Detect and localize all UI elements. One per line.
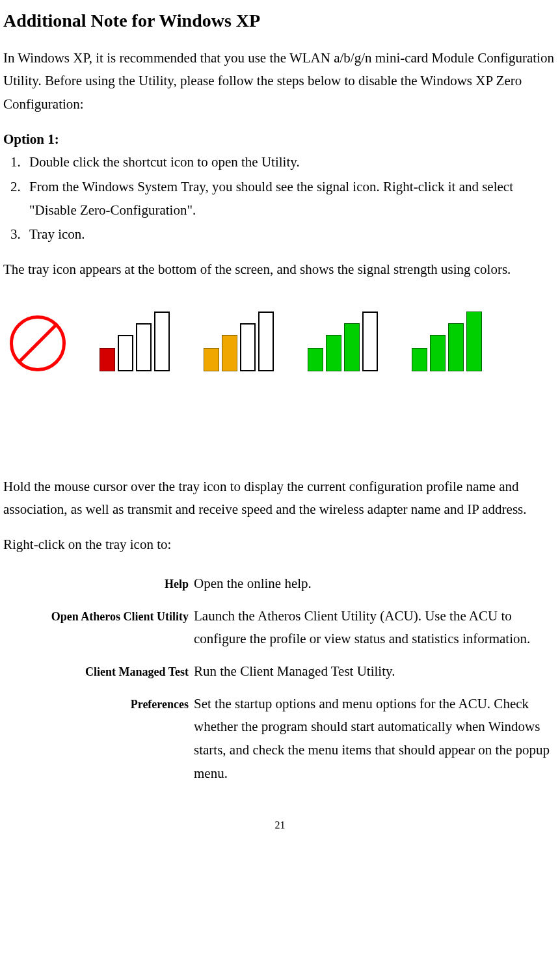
menu-description: Run the Client Managed Test Utility. [194,660,557,684]
signal-bar-icon [222,335,237,371]
signal-bar-icon [240,323,256,371]
step-item: Double click the shortcut icon to open t… [24,151,557,174]
menu-description: Open the online help. [194,572,557,596]
menu-description: Launch the Atheros Client Utility (ACU).… [194,605,557,651]
signal-bar-icon [258,312,274,371]
menu-description: Set the startup options and menu options… [194,693,557,786]
signal-bar-icon [154,312,170,371]
signal-icons-row [3,293,557,384]
signal-bars-2 [204,312,274,371]
tray-description: The tray icon appears at the bottom of t… [3,258,557,282]
context-menu-table: Help Open the online help. Open Atheros … [3,572,557,786]
signal-bar-icon [362,312,378,371]
signal-bar-icon [136,323,152,371]
signal-bar-icon [448,323,464,371]
steps-list: Double click the shortcut icon to open t… [3,151,557,246]
menu-label: Client Managed Test [3,660,194,682]
step-item: From the Windows System Tray, you should… [24,176,557,222]
signal-bars-4 [412,312,482,371]
signal-bar-icon [308,348,323,371]
menu-label: Help [3,572,194,594]
signal-bar-icon [118,335,133,371]
option1-heading: Option 1: [3,128,557,152]
menu-row: Help Open the online help. [3,572,557,596]
intro-paragraph: In Windows XP, it is recommended that yo… [3,47,557,116]
no-signal-icon [10,315,66,371]
step-item: Tray icon. [24,223,557,246]
signal-bar-icon [344,323,360,371]
signal-bar-icon [204,348,219,371]
menu-row: Preferences Set the startup options and … [3,693,557,786]
menu-row: Open Atheros Client Utility Launch the A… [3,605,557,651]
page-number: 21 [3,816,557,834]
page-heading: Additional Note for Windows XP [3,5,557,36]
hover-description: Hold the mouse cursor over the tray icon… [3,475,557,522]
signal-bars-1 [100,312,170,371]
signal-bar-icon [412,348,427,371]
signal-bar-icon [326,335,341,371]
menu-label: Open Atheros Client Utility [3,605,194,627]
signal-bar-icon [466,312,482,371]
signal-bars-3 [308,312,378,371]
rightclick-intro: Right-click on the tray icon to: [3,533,557,557]
signal-bar-icon [100,348,115,371]
signal-bar-icon [430,335,446,371]
menu-label: Preferences [3,693,194,715]
menu-row: Client Managed Test Run the Client Manag… [3,660,557,684]
